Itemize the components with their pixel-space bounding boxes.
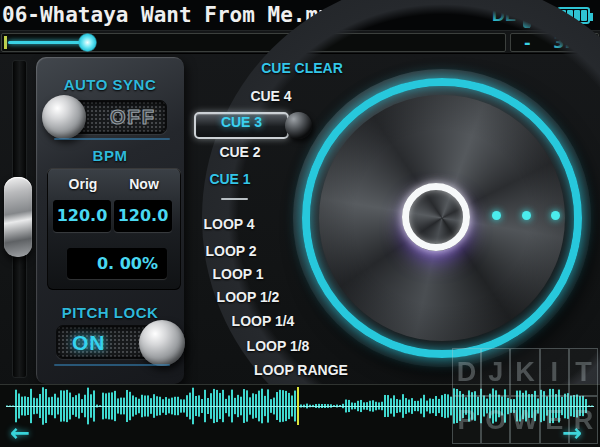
menu-item-cue-clear[interactable]: CUE CLEAR bbox=[250, 60, 354, 76]
menu-item-loop-1-2[interactable]: LOOP 1/2 bbox=[206, 289, 290, 305]
pitch-lock-knob[interactable] bbox=[139, 320, 185, 366]
pitch-lock-value: ON bbox=[72, 331, 106, 355]
bpm-display-group: Orig Now 120.0 120.0 0. 00% bbox=[47, 168, 181, 290]
menu-selector-knob[interactable] bbox=[285, 112, 312, 139]
bpm-now-value: 120.0 bbox=[114, 200, 172, 232]
auto-sync-label: AUTO SYNC bbox=[36, 76, 184, 93]
menu-item-loop-range[interactable]: LOOP RANGE bbox=[246, 362, 356, 378]
waveform-section: ← → bbox=[0, 384, 600, 447]
start-marker bbox=[4, 36, 7, 49]
scroll-right-arrow-icon[interactable]: → bbox=[562, 421, 582, 445]
progress-handle[interactable] bbox=[78, 33, 97, 52]
position-dot-2 bbox=[522, 211, 531, 220]
auto-sync-value: OFF bbox=[110, 106, 156, 129]
dj-deck-screen: 06-Whataya Want From Me.mp3 DL - 3:29 bbox=[0, 0, 600, 447]
menu-item-cue-2[interactable]: CUE 2 bbox=[200, 144, 280, 160]
pitch-percent-value: 0. 00% bbox=[67, 248, 167, 279]
menu-item-loop-2[interactable]: LOOP 2 bbox=[191, 243, 271, 259]
jog-wheel-hub-ring bbox=[402, 183, 470, 251]
pitch-lock-label: PITCH LOCK bbox=[36, 304, 184, 321]
auto-sync-knob[interactable] bbox=[42, 95, 86, 139]
menu-item-loop-1[interactable]: LOOP 1 bbox=[198, 266, 278, 282]
scroll-left-arrow-icon[interactable]: ← bbox=[10, 421, 30, 445]
auto-sync-underline bbox=[54, 138, 170, 140]
auto-sync-toggle[interactable]: OFF bbox=[57, 100, 167, 134]
position-dot-1 bbox=[492, 211, 501, 220]
menu-item-loop-4[interactable]: LOOP 4 bbox=[189, 216, 269, 232]
bpm-label: BPM bbox=[36, 147, 184, 164]
pitch-lock-toggle[interactable]: ON bbox=[56, 325, 166, 359]
menu-item-cue-1[interactable]: CUE 1 bbox=[190, 171, 270, 187]
menu-item-loop-1-8[interactable]: LOOP 1/8 bbox=[236, 338, 320, 354]
pitch-fader-handle[interactable] bbox=[4, 177, 32, 257]
bpm-orig-value: 120.0 bbox=[53, 200, 111, 232]
bpm-now-label: Now bbox=[114, 176, 174, 192]
bpm-orig-label: Orig bbox=[53, 176, 113, 192]
menu-item-loop-1-4[interactable]: LOOP 1/4 bbox=[221, 313, 305, 329]
position-dot-3 bbox=[551, 211, 560, 220]
waveform-display[interactable] bbox=[6, 387, 594, 425]
menu-item-cue-3-selected[interactable]: CUE 3 bbox=[194, 112, 289, 139]
menu-divider bbox=[221, 198, 248, 200]
menu-item-cue-4[interactable]: CUE 4 bbox=[231, 88, 311, 104]
pitch-lock-underline bbox=[54, 364, 170, 366]
control-panel: AUTO SYNC OFF BPM Orig Now 120.0 120.0 0… bbox=[36, 57, 184, 384]
track-filename: 06-Whataya Want From Me.mp3 bbox=[2, 3, 343, 27]
progress-line bbox=[8, 41, 88, 44]
